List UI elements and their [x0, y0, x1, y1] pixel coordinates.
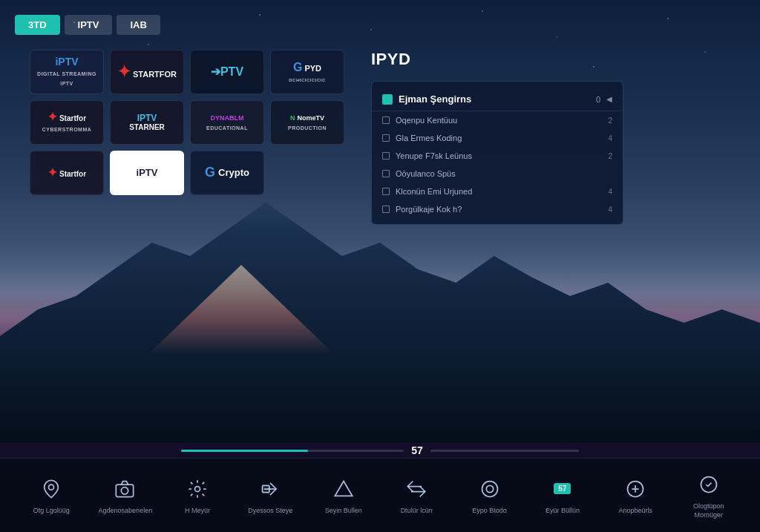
- taskbar-item-5[interactable]: Dtulür lcün: [390, 476, 442, 516]
- svg-point-6: [486, 485, 493, 492]
- top-tabs: 3TD IPTV IAB: [15, 15, 745, 35]
- dropdown-header-num: 0: [596, 95, 600, 104]
- taskbar-label-2: H Meyür: [185, 507, 210, 516]
- svg-rect-1: [116, 485, 133, 496]
- dropdown-item-icon-3: [382, 170, 390, 177]
- taskbar-item-0[interactable]: Otg Lgolüüg: [25, 476, 77, 516]
- taskbar-item-4[interactable]: Seyin Bullen: [318, 476, 370, 516]
- dropdown-item-text-2: Yenupe F7sk Leünus: [396, 151, 608, 160]
- svg-point-0: [49, 485, 54, 490]
- dropdown-collapse-icon[interactable]: ◀: [606, 95, 612, 103]
- taskbar-item-8[interactable]: Anopbeürls: [609, 476, 661, 516]
- dropdown-item-num-1: 4: [608, 134, 612, 142]
- app-tile-iptv2[interactable]: iPTV: [110, 151, 184, 195]
- dropdown-item-icon-1: [382, 134, 390, 142]
- taskbar-item-1[interactable]: Agdenosabenelen: [99, 476, 151, 516]
- app-grid-wrapper: iPTV DIGITAL STREAMING IPTV ✦ STARTFOR: [15, 50, 334, 195]
- taskbar-item-7[interactable]: 57 Eyür Büllün: [537, 476, 589, 516]
- dropdown-item-text-4: Klconün Emi Urjuned: [396, 187, 608, 196]
- dropdown-item-num-4: 4: [608, 188, 612, 196]
- taskbar-label-6: Eypo Btodo: [472, 507, 507, 516]
- tab-iptv[interactable]: IPTV: [65, 15, 113, 35]
- dropdown-item-text-3: Oöyulanco Spüs: [396, 169, 612, 178]
- progress-bar-right[interactable]: [430, 450, 579, 452]
- taskbar-label-4: Seyin Bullen: [325, 507, 362, 516]
- dropdown-item-icon-2: [382, 152, 390, 160]
- tab-3td[interactable]: 3TD: [15, 15, 60, 35]
- dropdown-item-icon-4: [382, 188, 390, 195]
- app-tile-nometv[interactable]: N NomeTV PRODUCTION: [270, 100, 344, 145]
- section-title: IPYD: [371, 50, 745, 69]
- box-badge-icon: 57: [549, 476, 576, 502]
- taskbar-label-0: Otg Lgolüüg: [33, 507, 70, 516]
- app-tile-ptv[interactable]: ➔PTV: [190, 50, 264, 94]
- app-tile-startfor2[interactable]: ✦ Startfor CYBERSTROMMA: [30, 100, 104, 145]
- taskbar-label-8: Anopbeürls: [619, 507, 653, 516]
- app-tile-dynablm[interactable]: DYNABLM EDUCATIONAL: [190, 100, 264, 145]
- circle2-icon: [622, 476, 649, 502]
- triangle-icon: [330, 476, 357, 502]
- dropdown-panel: Ejman Şengirns 0 ◀ Oqenpu Kentüuu 2 Gla …: [371, 81, 623, 225]
- dropdown-item-num-2: 2: [608, 152, 612, 160]
- svg-rect-4: [263, 485, 269, 492]
- app-grid: iPTV DIGITAL STREAMING IPTV ✦ STARTFOR: [30, 50, 334, 195]
- dropdown-item-num-0: 2: [608, 116, 612, 125]
- dropdown-item-1[interactable]: Gla Ermes Koding 4: [372, 129, 623, 147]
- taskbar-item-6[interactable]: Eypo Btodo: [464, 476, 516, 516]
- app-tile-iptvstarner[interactable]: IPTV STARNER: [110, 100, 184, 145]
- dropdown-item-4[interactable]: Klconün Emi Urjuned 4: [372, 183, 623, 200]
- tab-iab[interactable]: IAB: [117, 15, 160, 35]
- taskbar-badge-57: 57: [554, 483, 571, 494]
- taskbar-label-7: Eyür Büllün: [546, 507, 580, 516]
- progress-number: 57: [411, 444, 423, 456]
- svg-point-2: [121, 487, 128, 493]
- arrow-right-icon: [257, 476, 284, 502]
- dropdown-header[interactable]: Ejman Şengirns 0 ◀: [372, 88, 623, 111]
- taskbar-label-3: Dyessos Steye: [248, 507, 292, 516]
- dropdown-header-text: Ejman Şengirns: [399, 93, 596, 105]
- app-tile-startfor3[interactable]: ✦ Startfor: [30, 151, 104, 195]
- taskbar-item-9[interactable]: Ologtüpon Mornüger: [683, 471, 735, 519]
- svg-point-5: [482, 481, 497, 496]
- dropdown-item-icon-0: [382, 116, 390, 124]
- dropdown-item-0[interactable]: Oqenpu Kentüuu 2: [372, 111, 623, 129]
- taskbar-label-1: Agdenosabenelen: [99, 507, 151, 516]
- progress-bar-left[interactable]: [181, 450, 404, 452]
- settings-icon: [184, 476, 211, 502]
- circle3-icon: [695, 471, 722, 498]
- progress-area: 57: [0, 443, 760, 458]
- location-icon: [38, 476, 65, 502]
- dropdown-item-num-5: 4: [608, 206, 612, 214]
- app-tile-gpyd[interactable]: G PYD DCHICICICICIC: [270, 50, 344, 94]
- dropdown-item-icon-5: [382, 206, 390, 213]
- taskbar: Otg Lgolüüg Agdenosabenelen H Meyür: [0, 458, 760, 532]
- dropdown-item-text-5: Porgülkaje Kok h?: [396, 205, 608, 214]
- app-tile-startfor1[interactable]: ✦ STARTFOR: [110, 50, 184, 94]
- taskbar-item-3[interactable]: Dyessos Steye: [244, 476, 296, 516]
- dropdown-item-5[interactable]: Porgülkaje Kok h? 4: [372, 200, 623, 218]
- taskbar-label-9: Ologtüpon Mornüger: [683, 502, 735, 519]
- app-tile-iptv1[interactable]: iPTV DIGITAL STREAMING IPTV: [30, 50, 104, 94]
- dropdown-item-text-1: Gla Ermes Koding: [396, 134, 608, 142]
- circle-icon: [476, 476, 503, 502]
- dropdown-item-text-0: Oqenpu Kentüuu: [396, 116, 608, 125]
- app-tile-crypto[interactable]: G Crypto: [190, 151, 264, 195]
- taskbar-label-5: Dtulür lcün: [401, 507, 433, 516]
- dropdown-item-2[interactable]: Yenupe F7sk Leünus 2: [372, 147, 623, 165]
- taskbar-item-2[interactable]: H Meyür: [171, 476, 223, 516]
- dropdown-header-icon: [382, 94, 393, 105]
- camera-icon: [111, 476, 138, 502]
- svg-point-3: [194, 486, 200, 491]
- dropdown-item-3[interactable]: Oöyulanco Spüs: [372, 165, 623, 183]
- arrows-icon: [403, 476, 430, 502]
- progress-bar-fill: [181, 450, 308, 452]
